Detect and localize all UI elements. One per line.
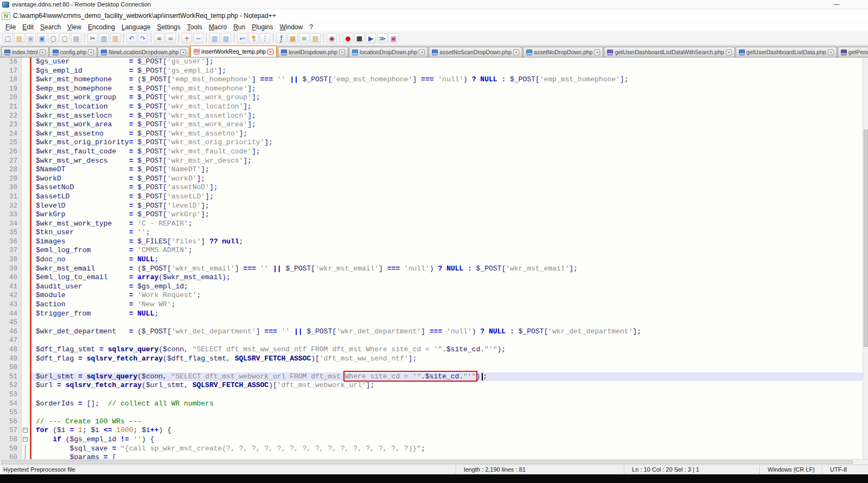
tab-getUserDashboardListDataWithSearch.php[interactable]: getUserDashboardListDataWithSearch.php× bbox=[604, 47, 735, 57]
tab-insertWorkReq_temp.php[interactable]: insertWorkReq_temp.php× bbox=[190, 46, 277, 57]
code-line[interactable]: 41$audit_user = $gs_empl_id; bbox=[0, 282, 863, 292]
code-editor[interactable]: 16$gs_user = $_POST['gs_user'];17$gs_emp… bbox=[0, 57, 863, 459]
toolbar-save-file-button[interactable]: ▣ bbox=[25, 33, 36, 43]
toolbar-print-button[interactable]: ▤ bbox=[71, 33, 81, 43]
tab-getUserDashboardListData.php[interactable]: getUserDashboardListData.php× bbox=[736, 47, 837, 57]
toolbar-cut-button[interactable]: ✂ bbox=[87, 33, 98, 43]
code-line[interactable]: 45 bbox=[0, 318, 863, 327]
tab-assetNoScanDropDown.php[interactable]: assetNoScanDropDown.php× bbox=[429, 47, 522, 57]
code-line[interactable]: 33$wrkGrp = $_POST['wrkGrp']; bbox=[0, 210, 863, 220]
toolbar-zoom-in-button[interactable]: + bbox=[182, 33, 192, 43]
toolbar-show-all-chars-button[interactable]: ¶ bbox=[248, 33, 259, 43]
code-line[interactable]: 40$eml_log_to_email = array($wkr_mst_ema… bbox=[0, 273, 863, 282]
horizontal-scrollbar-thumb[interactable] bbox=[1, 460, 853, 464]
code-line[interactable]: 27$wkr_mst_wr_descs = $_POST['wkr_mst_wr… bbox=[0, 157, 863, 166]
code-line[interactable]: 39$wkr_mst_email = ($_POST['wkr_mst_emai… bbox=[0, 265, 863, 274]
status-encoding[interactable]: UTF-8 bbox=[822, 465, 868, 474]
code-line[interactable]: 19$emp_mst_homephone = $_POST['emp_mst_h… bbox=[0, 85, 863, 94]
toolbar-paste-button[interactable]: ▥ bbox=[110, 33, 120, 43]
menu-plugins[interactable]: Plugins bbox=[248, 23, 276, 31]
code-line[interactable]: 59 $sql_save = "{call sp_wkr_mst_create(… bbox=[0, 445, 863, 454]
menu-settings[interactable]: Settings bbox=[154, 23, 183, 31]
code-line[interactable]: 25$wkr_mst_orig_priority= $_POST['wkr_ms… bbox=[0, 138, 863, 147]
close-tab-icon[interactable]: × bbox=[267, 49, 273, 55]
toolbar-document-map-button[interactable]: ▦ bbox=[288, 33, 298, 43]
menu-file[interactable]: File bbox=[2, 23, 19, 31]
close-tab-icon[interactable]: × bbox=[726, 49, 732, 55]
fold-collapse-icon[interactable]: − bbox=[23, 428, 28, 433]
code-line[interactable]: 35$tkn_user = ''; bbox=[0, 228, 863, 237]
menu-tools[interactable]: Tools bbox=[184, 23, 206, 31]
code-line[interactable]: 55 bbox=[0, 408, 863, 417]
code-line[interactable]: 60 $params = [ bbox=[0, 453, 863, 459]
toolbar-open-file-button[interactable]: ▨ bbox=[14, 33, 24, 43]
toolbar-close-file-button[interactable]: ▢ bbox=[48, 33, 59, 43]
toolbar-copy-button[interactable]: ▥ bbox=[99, 33, 109, 43]
vertical-scrollbar-thumb[interactable] bbox=[864, 130, 868, 346]
vertical-scrollbar[interactable] bbox=[863, 57, 868, 459]
code-line[interactable]: 36$images = $_FILES['files'] ?? null; bbox=[0, 237, 863, 247]
horizontal-scrollbar[interactable] bbox=[0, 459, 868, 465]
code-line[interactable]: 56// --- Create 100 WRs --- bbox=[0, 417, 863, 427]
tab-getPendingStatusFormData.php[interactable]: getPendingStatusFormData.php× bbox=[838, 47, 868, 57]
code-line[interactable]: 51$url_stmt = sqlsrv_query($conn, "SELEC… bbox=[0, 372, 863, 382]
toolbar-zoom-out-button[interactable]: − bbox=[193, 33, 203, 43]
close-tab-icon[interactable]: × bbox=[40, 49, 46, 55]
code-line[interactable]: 57−for ($i = 1; $i <= 1000; $i++) { bbox=[0, 426, 863, 435]
tab-config.php[interactable]: config.php× bbox=[49, 47, 97, 57]
close-tab-icon[interactable]: × bbox=[513, 49, 519, 55]
code-line[interactable]: 16$gs_user = $_POST['gs_user']; bbox=[0, 57, 863, 67]
code-line[interactable]: 48$dft_flag_stmt = sqlsrv_query($conn, "… bbox=[0, 345, 863, 355]
toolbar-save-macro-button[interactable]: ▣ bbox=[388, 33, 399, 43]
close-tab-icon[interactable]: × bbox=[594, 49, 600, 55]
close-tab-icon[interactable]: × bbox=[339, 49, 345, 55]
toolbar-redo-button[interactable]: ↷ bbox=[138, 33, 148, 43]
tab-assetNoDropDown.php[interactable]: assetNoDropDown.php× bbox=[523, 47, 604, 57]
toolbar-stop-recording-button[interactable]: ■ bbox=[354, 33, 365, 43]
toolbar-run-macro-multiple-button[interactable]: ≫ bbox=[377, 33, 387, 43]
toolbar-save-all-button[interactable]: ▣ bbox=[37, 33, 47, 43]
toolbar-new-file-button[interactable]: □ bbox=[3, 33, 13, 43]
tab-index.html[interactable]: index.html× bbox=[1, 47, 49, 57]
menu-view[interactable]: View bbox=[64, 23, 85, 31]
toolbar-function-list-button[interactable]: ƒ bbox=[276, 33, 286, 43]
close-tab-icon[interactable]: × bbox=[419, 49, 425, 55]
code-line[interactable]: 46$wkr_det_department = ($_POST['wkr_det… bbox=[0, 327, 863, 337]
menu-window[interactable]: Window bbox=[277, 23, 307, 31]
code-line[interactable]: 54$orderIds = []; // collect all WR numb… bbox=[0, 400, 863, 409]
toolbar-document-list-button[interactable]: ≡ bbox=[299, 33, 309, 43]
code-line[interactable]: 30$assetNoD = $_POST['assetNoD']; bbox=[0, 183, 863, 192]
code-line[interactable]: 49$dft_flag = sqlsrv_fetch_array($dft_fl… bbox=[0, 355, 863, 364]
menu-run[interactable]: Run bbox=[230, 23, 248, 31]
menu-help[interactable]: ? bbox=[306, 23, 316, 31]
code-line[interactable]: 21$wkr_mst_location = $_POST['wkr_mst_lo… bbox=[0, 102, 863, 112]
code-line[interactable]: 34$wkr_mst_work_type = 'C - REPAIR'; bbox=[0, 220, 863, 229]
code-line[interactable]: 20$wkr_mst_work_group = $_POST['wkr_mst_… bbox=[0, 93, 863, 102]
code-line[interactable]: 17$gs_empl_id = $_POST['gs_empl_id']; bbox=[0, 67, 863, 76]
code-line[interactable]: 26$wkr_mst_fault_code = $_POST['wkr_mst_… bbox=[0, 147, 863, 157]
code-line[interactable]: 29$workD = $_POST['workD']; bbox=[0, 175, 863, 184]
minimize-icon[interactable]: — bbox=[831, 1, 842, 8]
code-line[interactable]: 18$wkr_mst_homephone = ($_POST['emp_mst_… bbox=[0, 75, 863, 85]
code-line[interactable]: 58− if ($gs_empl_id != '') { bbox=[0, 435, 863, 445]
code-line[interactable]: 23$wkr_mst_work_area = $_POST['wkr_mst_w… bbox=[0, 120, 863, 130]
code-line[interactable]: 43$action = 'New WR'; bbox=[0, 300, 863, 310]
menu-language[interactable]: Language bbox=[118, 23, 154, 31]
code-line[interactable]: 37$eml_log_from = 'CMMS ADMIN'; bbox=[0, 246, 863, 255]
toolbar-find-button[interactable]: ∞ bbox=[154, 33, 164, 43]
code-line[interactable]: 38$doc_no = NULL; bbox=[0, 255, 863, 265]
code-line[interactable]: 44$trigger_from = NULL; bbox=[0, 310, 863, 319]
tab-locationDropDown.php[interactable]: locationDropDown.php× bbox=[349, 47, 428, 57]
code-line[interactable]: 22$wkr_mst_assetlocn = $_POST['wkr_mst_a… bbox=[0, 112, 863, 121]
toolbar-undo-button[interactable]: ↶ bbox=[126, 33, 137, 43]
toolbar-folder-as-workspace-button[interactable]: ▨ bbox=[310, 33, 321, 43]
menu-encoding[interactable]: Encoding bbox=[85, 23, 118, 31]
toolbar-monitoring-button[interactable]: ◉ bbox=[327, 33, 337, 43]
code-line[interactable]: 52$url = sqlsrv_fetch_array($url_stmt, S… bbox=[0, 381, 863, 390]
toolbar-playback-macro-button[interactable]: ▶ bbox=[366, 33, 376, 43]
close-tab-icon[interactable]: × bbox=[180, 49, 186, 55]
code-line[interactable]: 24$wkr_mst_assetno = $_POST['wkr_mst_ass… bbox=[0, 130, 863, 139]
close-tab-icon[interactable]: × bbox=[88, 49, 94, 55]
menu-edit[interactable]: Edit bbox=[19, 23, 37, 31]
fold-collapse-icon[interactable]: − bbox=[23, 437, 28, 442]
